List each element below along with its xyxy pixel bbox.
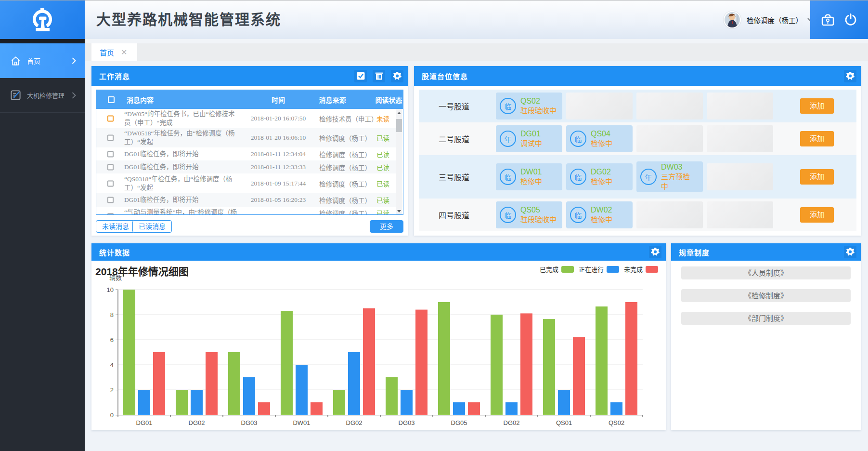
user-name: 检修调度（杨工） xyxy=(747,15,803,25)
settings-button[interactable] xyxy=(391,70,403,82)
message-status: 已读 xyxy=(370,179,396,188)
machine-card[interactable]: 临DG02检修中 xyxy=(566,163,633,190)
svg-text:DW01: DW01 xyxy=(293,419,310,426)
message-content: DG01临检任务，即将开始 xyxy=(124,150,238,159)
scroll-down-button[interactable] xyxy=(396,208,402,214)
tab-close-icon[interactable]: ✕ xyxy=(121,49,127,56)
temporary-badge-icon: 临 xyxy=(500,207,516,223)
panel-title: 工作消息 xyxy=(99,71,130,81)
settings-button[interactable] xyxy=(844,246,856,258)
message-row[interactable]: DG01临检任务，即将开始2018-01-11 12:33:33检修调度（杨工）… xyxy=(96,160,403,173)
scrollbar-thumb[interactable] xyxy=(396,119,402,132)
message-content: “DW0518“年检任务，由“检修调度（杨工）“发起 xyxy=(124,129,238,146)
read-messages-button[interactable]: 已读消息 xyxy=(132,220,172,233)
track-rows: 一号股道临QS02驻段验收中添加二号股道年DG01调试中临QS04检修中添加三号… xyxy=(419,90,856,231)
more-button[interactable]: 更多 xyxy=(370,220,403,233)
machine-card[interactable]: 年DG01调试中 xyxy=(496,125,562,152)
header-actions xyxy=(810,0,868,39)
legend-swatch xyxy=(561,266,574,273)
empty-slot xyxy=(707,93,773,119)
bar-chart: 0246810辆数DG01DG02DG03DW01DG02DG03DG05DG0… xyxy=(91,272,666,430)
machine-card[interactable]: 年DW03三方预检中 xyxy=(636,161,703,192)
machine-card[interactable]: 临DW01检修中 xyxy=(496,163,562,190)
svg-text:DG02: DG02 xyxy=(346,419,363,426)
avatar[interactable] xyxy=(724,11,741,28)
temporary-badge-icon: 临 xyxy=(500,169,516,185)
tab-strip xyxy=(85,43,868,61)
lock-button[interactable] xyxy=(820,13,835,27)
empty-slot xyxy=(636,93,703,119)
message-row[interactable]: “QS0318“年检任务，由“检修调度（杨工）“发起2018-01-09 15:… xyxy=(96,173,403,193)
row-checkbox[interactable] xyxy=(107,213,114,215)
track-label: 三号股道 xyxy=(439,171,469,183)
track-label: 二号股道 xyxy=(439,133,469,145)
message-time: 2018-01-05 16:20:23 xyxy=(243,196,313,204)
message-content: “气动与测量系统”中，由“检修调度（杨 xyxy=(124,208,238,214)
select-all-checkbox[interactable] xyxy=(108,96,115,103)
row-checkbox[interactable] xyxy=(107,180,114,186)
message-row[interactable]: DG01临检任务，即将开始2018-01-05 16:20:23检修调度（杨工）… xyxy=(96,193,403,207)
message-time: 2018-01-11 12:34:04 xyxy=(243,150,313,158)
message-time: 2018-01-20 16:07:50 xyxy=(243,115,313,122)
track-row: 一号股道临QS02驻段验收中添加 xyxy=(419,90,856,122)
message-content: DG01临检任务，即将开始 xyxy=(124,196,238,204)
delete-button[interactable] xyxy=(373,70,385,82)
logout-button[interactable] xyxy=(843,13,858,27)
rule-button[interactable]: 《人员制度》 xyxy=(681,266,851,279)
page-title: 大型养路机械智能管理系统 xyxy=(96,0,281,39)
empty-slot xyxy=(566,93,633,119)
track-label: 一号股道 xyxy=(439,100,469,112)
select-all-button[interactable] xyxy=(354,70,367,82)
track-row: 四号股道临QS05驻段验收中临DW02检修中添加 xyxy=(419,199,856,231)
message-row[interactable]: “DW05“的年检任务书，已由“检修技术员（申工）“完成2018-01-20 1… xyxy=(96,109,403,128)
sidebar-item-home[interactable]: 首页 xyxy=(0,43,85,78)
railway-logo-icon xyxy=(33,8,52,31)
message-source: 检修调度（杨工） xyxy=(319,195,371,205)
unread-messages-button[interactable]: 未读消息 xyxy=(96,220,135,233)
track-row: 二号股道年DG01调试中临QS04检修中添加 xyxy=(419,122,856,155)
row-checkbox[interactable] xyxy=(107,164,114,170)
messages-table-body: “DW05“的年检任务书，已由“检修技术员（申工）“完成2018-01-20 1… xyxy=(96,109,403,214)
scroll-up-button[interactable] xyxy=(396,109,402,116)
rules-header: 规章制度 xyxy=(671,243,861,261)
settings-button[interactable] xyxy=(844,70,856,82)
row-checkbox[interactable] xyxy=(107,197,114,203)
machine-status: 检修中 xyxy=(591,215,612,225)
add-button[interactable]: 添加 xyxy=(800,207,834,223)
message-row[interactable]: “DW0518“年检任务，由“检修调度（杨工）“发起2018-01-20 16:… xyxy=(96,128,403,147)
svg-text:辆数: 辆数 xyxy=(109,274,122,281)
row-checkbox[interactable] xyxy=(107,151,114,157)
machine-status: 检修中 xyxy=(591,177,612,186)
statistics-panel: 统计数据 2018年年修情况细图 已完成正在进行未完成 0246810辆数DG0… xyxy=(91,243,666,430)
sidebar-item-maintenance[interactable]: 大机检修管理 xyxy=(0,78,85,113)
add-button[interactable]: 添加 xyxy=(800,98,834,114)
messages-scrollbar[interactable] xyxy=(396,109,402,214)
machine-card[interactable]: 临DW02检修中 xyxy=(566,201,633,228)
row-checkbox[interactable] xyxy=(107,116,114,122)
machine-card[interactable]: 临QS02驻段验收中 xyxy=(496,93,562,119)
svg-text:QS01: QS01 xyxy=(556,419,572,426)
machine-card[interactable]: 临QS04检修中 xyxy=(566,125,633,152)
user-menu[interactable]: 检修调度（杨工） xyxy=(724,0,814,39)
row-checkbox[interactable] xyxy=(107,135,114,141)
machine-card[interactable]: 临QS05驻段验收中 xyxy=(496,201,562,228)
svg-text:DG02: DG02 xyxy=(189,419,205,426)
rule-button[interactable]: 《部门制度》 xyxy=(681,312,851,325)
add-button[interactable]: 添加 xyxy=(800,131,834,146)
message-row[interactable]: DG01临检任务，即将开始2018-01-11 12:34:04检修调度（杨工）… xyxy=(96,147,403,160)
message-status: 已读 xyxy=(370,195,396,205)
panel-title: 统计数据 xyxy=(99,247,130,257)
track-row: 三号股道临DW01检修中临DG02检修中年DW03三方预检中添加 xyxy=(419,155,856,199)
checklist-icon xyxy=(10,90,21,101)
work-messages-panel: 工作消息 xyxy=(91,66,408,236)
machine-status: 检修中 xyxy=(591,139,612,148)
home-icon xyxy=(10,55,21,66)
rule-button[interactable]: 《检修制度》 xyxy=(681,289,851,302)
message-row[interactable]: “气动与测量系统”中，由“检修调度（杨检修调度（杨工）已读 xyxy=(96,207,403,214)
machine-id: DW03 xyxy=(661,162,694,172)
message-time: 2018-01-09 15:17:44 xyxy=(243,180,313,187)
add-button[interactable]: 添加 xyxy=(800,169,834,185)
tab-home[interactable]: 首页 ✕ xyxy=(91,43,137,61)
settings-button[interactable] xyxy=(649,246,661,258)
annual-badge-icon: 年 xyxy=(500,131,516,147)
